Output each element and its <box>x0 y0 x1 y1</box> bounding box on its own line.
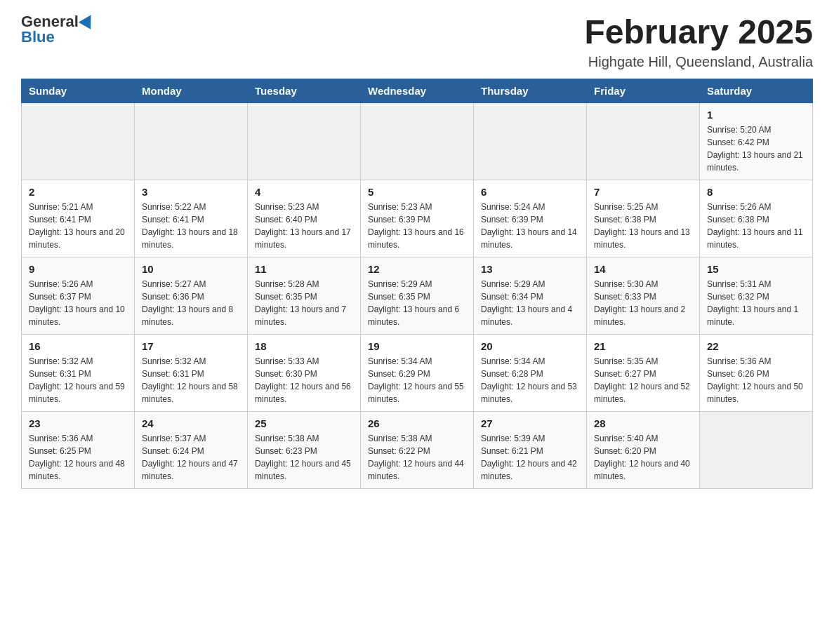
day-number: 20 <box>481 340 579 352</box>
day-number: 13 <box>481 263 579 275</box>
day-number: 3 <box>142 186 240 198</box>
day-info: Sunrise: 5:25 AM Sunset: 6:38 PM Dayligh… <box>594 201 692 251</box>
page-header: General Blue February 2025 Highgate Hill… <box>21 14 813 70</box>
day-number: 17 <box>142 340 240 352</box>
calendar-cell: 20Sunrise: 5:34 AM Sunset: 6:28 PM Dayli… <box>474 334 587 411</box>
calendar-cell: 8Sunrise: 5:26 AM Sunset: 6:38 PM Daylig… <box>700 180 813 257</box>
day-info: Sunrise: 5:29 AM Sunset: 6:35 PM Dayligh… <box>368 278 466 328</box>
calendar-cell: 6Sunrise: 5:24 AM Sunset: 6:39 PM Daylig… <box>474 180 587 257</box>
calendar-cell <box>22 102 135 180</box>
day-number: 24 <box>142 417 240 429</box>
day-number: 8 <box>707 186 805 198</box>
day-number: 15 <box>707 263 805 275</box>
calendar-cell: 10Sunrise: 5:27 AM Sunset: 6:36 PM Dayli… <box>135 257 248 334</box>
calendar-cell: 25Sunrise: 5:38 AM Sunset: 6:23 PM Dayli… <box>248 411 361 488</box>
day-number: 9 <box>29 263 127 275</box>
logo-general-text: General <box>21 14 79 29</box>
day-number: 22 <box>707 340 805 352</box>
day-header-monday: Monday <box>135 79 248 102</box>
calendar-cell <box>361 102 474 180</box>
calendar-cell: 26Sunrise: 5:38 AM Sunset: 6:22 PM Dayli… <box>361 411 474 488</box>
calendar-cell <box>587 102 700 180</box>
day-info: Sunrise: 5:31 AM Sunset: 6:32 PM Dayligh… <box>707 278 805 328</box>
calendar-cell: 14Sunrise: 5:30 AM Sunset: 6:33 PM Dayli… <box>587 257 700 334</box>
calendar-table: SundayMondayTuesdayWednesdayThursdayFrid… <box>21 79 813 489</box>
day-header-saturday: Saturday <box>700 79 813 102</box>
day-info: Sunrise: 5:37 AM Sunset: 6:24 PM Dayligh… <box>142 432 240 483</box>
calendar-cell: 21Sunrise: 5:35 AM Sunset: 6:27 PM Dayli… <box>587 334 700 411</box>
day-info: Sunrise: 5:22 AM Sunset: 6:41 PM Dayligh… <box>142 201 240 251</box>
day-header-friday: Friday <box>587 79 700 102</box>
day-info: Sunrise: 5:38 AM Sunset: 6:22 PM Dayligh… <box>368 432 466 483</box>
calendar-cell: 18Sunrise: 5:33 AM Sunset: 6:30 PM Dayli… <box>248 334 361 411</box>
day-number: 25 <box>255 417 353 429</box>
day-number: 10 <box>142 263 240 275</box>
calendar-cell: 23Sunrise: 5:36 AM Sunset: 6:25 PM Dayli… <box>22 411 135 488</box>
day-info: Sunrise: 5:32 AM Sunset: 6:31 PM Dayligh… <box>29 355 127 405</box>
day-header-thursday: Thursday <box>474 79 587 102</box>
day-info: Sunrise: 5:27 AM Sunset: 6:36 PM Dayligh… <box>142 278 240 328</box>
logo-triangle-icon <box>79 11 97 29</box>
logo-blue-text: Blue <box>21 29 55 45</box>
day-info: Sunrise: 5:28 AM Sunset: 6:35 PM Dayligh… <box>255 278 353 328</box>
day-number: 28 <box>594 417 692 429</box>
calendar-cell: 24Sunrise: 5:37 AM Sunset: 6:24 PM Dayli… <box>135 411 248 488</box>
day-header-sunday: Sunday <box>22 79 135 102</box>
day-number: 1 <box>707 109 805 121</box>
main-title: February 2025 <box>584 14 813 51</box>
calendar-cell: 9Sunrise: 5:26 AM Sunset: 6:37 PM Daylig… <box>22 257 135 334</box>
day-header-tuesday: Tuesday <box>248 79 361 102</box>
day-info: Sunrise: 5:23 AM Sunset: 6:39 PM Dayligh… <box>368 201 466 251</box>
logo: General Blue <box>21 14 95 45</box>
week-row: 23Sunrise: 5:36 AM Sunset: 6:25 PM Dayli… <box>22 411 813 488</box>
calendar-cell: 4Sunrise: 5:23 AM Sunset: 6:40 PM Daylig… <box>248 180 361 257</box>
day-number: 19 <box>368 340 466 352</box>
header-row: SundayMondayTuesdayWednesdayThursdayFrid… <box>22 79 813 102</box>
calendar-header: SundayMondayTuesdayWednesdayThursdayFrid… <box>22 79 813 102</box>
day-info: Sunrise: 5:36 AM Sunset: 6:26 PM Dayligh… <box>707 355 805 405</box>
week-row: 1Sunrise: 5:20 AM Sunset: 6:42 PM Daylig… <box>22 102 813 180</box>
calendar-cell: 28Sunrise: 5:40 AM Sunset: 6:20 PM Dayli… <box>587 411 700 488</box>
calendar-cell <box>474 102 587 180</box>
day-number: 12 <box>368 263 466 275</box>
week-row: 2Sunrise: 5:21 AM Sunset: 6:41 PM Daylig… <box>22 180 813 257</box>
day-info: Sunrise: 5:39 AM Sunset: 6:21 PM Dayligh… <box>481 432 579 483</box>
calendar-cell: 16Sunrise: 5:32 AM Sunset: 6:31 PM Dayli… <box>22 334 135 411</box>
day-info: Sunrise: 5:30 AM Sunset: 6:33 PM Dayligh… <box>594 278 692 328</box>
calendar-cell: 17Sunrise: 5:32 AM Sunset: 6:31 PM Dayli… <box>135 334 248 411</box>
day-number: 23 <box>29 417 127 429</box>
day-info: Sunrise: 5:40 AM Sunset: 6:20 PM Dayligh… <box>594 432 692 483</box>
day-info: Sunrise: 5:35 AM Sunset: 6:27 PM Dayligh… <box>594 355 692 405</box>
day-header-wednesday: Wednesday <box>361 79 474 102</box>
calendar-cell <box>700 411 813 488</box>
day-number: 18 <box>255 340 353 352</box>
day-info: Sunrise: 5:26 AM Sunset: 6:37 PM Dayligh… <box>29 278 127 328</box>
calendar-cell <box>135 102 248 180</box>
day-info: Sunrise: 5:32 AM Sunset: 6:31 PM Dayligh… <box>142 355 240 405</box>
day-info: Sunrise: 5:38 AM Sunset: 6:23 PM Dayligh… <box>255 432 353 483</box>
calendar-cell: 3Sunrise: 5:22 AM Sunset: 6:41 PM Daylig… <box>135 180 248 257</box>
calendar-cell: 22Sunrise: 5:36 AM Sunset: 6:26 PM Dayli… <box>700 334 813 411</box>
week-row: 9Sunrise: 5:26 AM Sunset: 6:37 PM Daylig… <box>22 257 813 334</box>
day-number: 7 <box>594 186 692 198</box>
day-info: Sunrise: 5:23 AM Sunset: 6:40 PM Dayligh… <box>255 201 353 251</box>
calendar-cell: 15Sunrise: 5:31 AM Sunset: 6:32 PM Dayli… <box>700 257 813 334</box>
day-info: Sunrise: 5:20 AM Sunset: 6:42 PM Dayligh… <box>707 123 805 174</box>
day-number: 4 <box>255 186 353 198</box>
calendar-cell: 5Sunrise: 5:23 AM Sunset: 6:39 PM Daylig… <box>361 180 474 257</box>
day-number: 21 <box>594 340 692 352</box>
calendar-cell: 27Sunrise: 5:39 AM Sunset: 6:21 PM Dayli… <box>474 411 587 488</box>
day-number: 5 <box>368 186 466 198</box>
day-number: 11 <box>255 263 353 275</box>
day-number: 26 <box>368 417 466 429</box>
day-number: 14 <box>594 263 692 275</box>
calendar-cell: 12Sunrise: 5:29 AM Sunset: 6:35 PM Dayli… <box>361 257 474 334</box>
calendar-cell <box>248 102 361 180</box>
day-info: Sunrise: 5:33 AM Sunset: 6:30 PM Dayligh… <box>255 355 353 405</box>
calendar-cell: 2Sunrise: 5:21 AM Sunset: 6:41 PM Daylig… <box>22 180 135 257</box>
day-info: Sunrise: 5:34 AM Sunset: 6:28 PM Dayligh… <box>481 355 579 405</box>
calendar-cell: 7Sunrise: 5:25 AM Sunset: 6:38 PM Daylig… <box>587 180 700 257</box>
day-info: Sunrise: 5:21 AM Sunset: 6:41 PM Dayligh… <box>29 201 127 251</box>
subtitle: Highgate Hill, Queensland, Australia <box>584 54 813 70</box>
day-number: 16 <box>29 340 127 352</box>
